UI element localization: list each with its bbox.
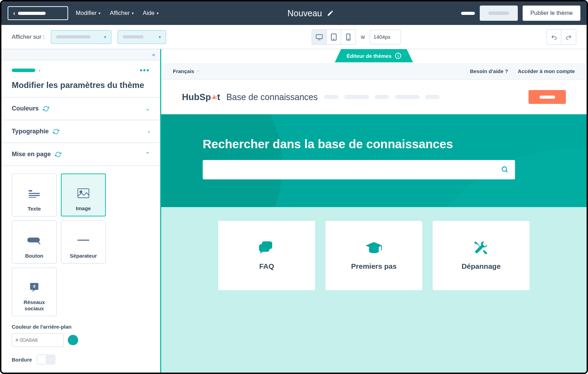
breadcrumb: › ••• [1, 60, 160, 75]
bg-color-input[interactable] [12, 333, 64, 347]
accordion-typographie[interactable]: Typographie › [1, 120, 160, 143]
cards-row: FAQ Premiers pas Dépannage [182, 221, 566, 290]
menu-aide[interactable]: Aide▾ [141, 8, 160, 19]
breadcrumb-bar [12, 69, 35, 72]
svg-text:#: # [33, 284, 36, 289]
kb-title: Base de connaissances [226, 92, 318, 102]
card-depannage[interactable]: Dépannage [433, 221, 530, 290]
topbar-secondary-button[interactable] [480, 6, 518, 21]
svg-line-22 [215, 97, 215, 97]
logo-group: HubSpt Base de connaissances [182, 92, 440, 103]
preview-pane: Éditeur de thèmes i Français ▾ Besoin d'… [161, 49, 587, 373]
card-faq[interactable]: FAQ [218, 221, 315, 290]
account-link[interactable]: Accéder à mon compte [518, 68, 575, 74]
info-icon: i [395, 53, 401, 59]
cards-section: FAQ Premiers pas Dépannage [161, 207, 587, 373]
help-link[interactable]: Besoin d'aide ? [470, 68, 508, 74]
editor-badge[interactable]: Éditeur de thèmes i [335, 49, 413, 62]
caret-down-icon: ▾ [99, 11, 101, 16]
svg-line-23 [215, 98, 215, 98]
back-button[interactable]: ‹ [8, 6, 68, 20]
svg-point-20 [211, 98, 212, 99]
sidebar: « › ••• Modifier les paramètres du thème… [1, 49, 161, 373]
page-title: Nouveau [287, 8, 322, 18]
topbar: ‹ Modifier▾ Afficher▾ Aide▾ Nouveau Publ… [1, 1, 587, 25]
language-selector[interactable]: Français ▾ [173, 68, 199, 74]
refresh-icon [43, 106, 49, 112]
text-icon [29, 186, 40, 200]
accordion-body-mise-en-page: : : : : : Texte : : : : : Image : : : : … [1, 166, 160, 372]
svg-rect-13 [77, 240, 89, 241]
tile-bouton[interactable]: : : : : : Bouton [12, 221, 57, 264]
tile-bouton-label: Bouton [25, 253, 43, 259]
svg-rect-7 [29, 193, 40, 194]
editor-badge-label: Éditeur de thèmes [347, 53, 392, 59]
afficher-sur-select-1[interactable]: ▾ [51, 30, 111, 44]
caret-down-icon: ▾ [104, 35, 106, 39]
card-premiers-pas[interactable]: Premiers pas [325, 221, 422, 290]
sidebar-collapse-button[interactable]: « [1, 49, 160, 60]
caret-down-icon: ▾ [159, 35, 161, 39]
svg-rect-8 [29, 195, 40, 196]
drag-handle-icon: : : : : : [76, 178, 91, 181]
device-desktop-button[interactable] [312, 30, 327, 44]
hero-title: Rechercher dans la base de connaissances [203, 137, 566, 151]
menu-modifier[interactable]: Modifier▾ [74, 8, 102, 19]
topbar-secondary-skeleton [488, 11, 509, 15]
width-input[interactable] [370, 30, 401, 44]
more-menu-button[interactable]: ••• [140, 66, 150, 75]
svg-line-26 [506, 171, 508, 172]
device-mobile-button[interactable] [341, 30, 356, 44]
menu-afficher[interactable]: Afficher▾ [108, 8, 135, 19]
drag-handle-icon: : : : : : [27, 271, 42, 275]
svg-rect-6 [29, 190, 32, 192]
device-tablet-button[interactable] [327, 30, 341, 44]
undo-redo-group [546, 29, 576, 45]
tile-texte[interactable]: : : : : : Texte [12, 173, 57, 216]
accordion-mise-en-page[interactable]: Mise en page ⌃ [1, 143, 160, 166]
nav-pill [324, 95, 339, 99]
caret-down-icon: ▾ [157, 11, 159, 16]
accordion-couleurs[interactable]: Couleurs ⌄ [1, 97, 160, 120]
device-selector [312, 29, 356, 45]
menu-modifier-label: Modifier [76, 10, 97, 17]
publish-button[interactable]: Publier le thème [523, 6, 580, 21]
svg-point-5 [348, 39, 349, 39]
separator-icon [77, 233, 89, 247]
tile-image[interactable]: : : : : : Image [61, 173, 106, 216]
redo-button[interactable] [561, 30, 576, 44]
hero-search-input[interactable] [203, 160, 515, 179]
undo-button[interactable] [547, 30, 561, 44]
chevron-left-icon: ‹ [13, 10, 15, 17]
chevron-right-icon: › [39, 68, 40, 73]
bg-color-row [12, 333, 150, 347]
tile-reseaux[interactable]: : : : : : # Réseaux sociaux [12, 268, 57, 316]
pencil-icon[interactable] [327, 10, 334, 17]
nav-pill [425, 95, 440, 99]
bg-color-swatch[interactable] [68, 335, 78, 345]
refresh-icon [53, 128, 59, 135]
cta-skeleton [540, 96, 555, 99]
topbar-right: Publier le thème [461, 6, 580, 21]
module-tile-grid: : : : : : Texte : : : : : Image : : : : … [12, 173, 150, 316]
publish-label: Publier le thème [530, 10, 573, 17]
cta-button[interactable] [529, 90, 566, 104]
afficher-sur-select-2[interactable]: ▾ [118, 30, 166, 44]
svg-point-18 [215, 96, 217, 97]
svg-rect-9 [29, 197, 36, 198]
preview-header: HubSpt Base de connaissances [161, 80, 587, 114]
tile-separateur[interactable]: : : : : : Séparateur [61, 221, 106, 264]
nav-pill [344, 95, 369, 99]
chevron-right-icon: › [148, 128, 150, 135]
button-icon [27, 233, 41, 247]
select-skeleton [123, 35, 144, 38]
drag-handle-icon: : : : : : [76, 224, 91, 228]
language-label: Français [173, 68, 194, 74]
tile-reseaux-label: Réseaux sociaux [14, 299, 54, 312]
svg-point-16 [213, 96, 215, 99]
bordure-toggle[interactable] [37, 355, 55, 364]
svg-rect-28 [259, 244, 269, 252]
menu-afficher-label: Afficher [110, 10, 129, 17]
hubspot-logo: HubSpt [182, 92, 220, 103]
breadcrumb-left[interactable]: › [12, 68, 40, 73]
